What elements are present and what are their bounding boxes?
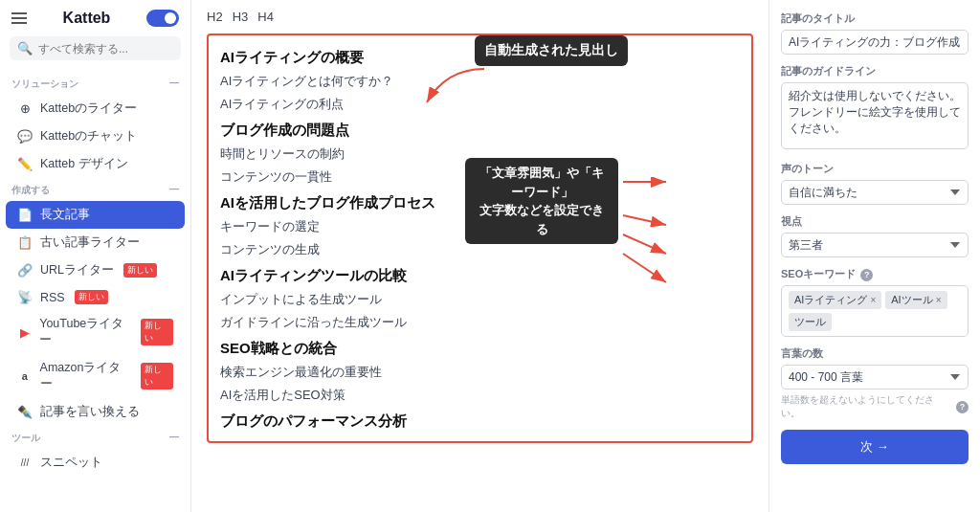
outline-item-h2-5: SEO戦略との統合 bbox=[220, 334, 740, 361]
url-badge: 新しい bbox=[123, 263, 157, 278]
search-input[interactable] bbox=[38, 42, 173, 56]
solutions-section: ソリューション — bbox=[0, 72, 190, 95]
outline-item-h3-5: キーワードの選定 bbox=[220, 215, 740, 238]
amazon-badge: 新しい bbox=[141, 363, 173, 390]
article-title-label: 記事のタイトル bbox=[781, 11, 969, 26]
sidebar-item-katteb-chat[interactable]: 💬 Kattebのチャット bbox=[6, 122, 185, 150]
sidebar-item-katteb-design[interactable]: ✏️ Katteb デザイン bbox=[6, 150, 185, 178]
outline-item-h2-3: AIを活用したブログ作成プロセス bbox=[220, 189, 740, 215]
outline-box: AIライティングの概要 AIライティングとは何ですか？ AIライティングの利点 … bbox=[207, 33, 753, 443]
voice-tone-select[interactable]: 自信に満ちたフレンドリープロフェッショナルカジュアル bbox=[781, 180, 969, 205]
sidebar-item-youtube-writer[interactable]: ▶ YouTubeライター 新しい bbox=[6, 310, 185, 354]
rss-badge: 新しい bbox=[75, 290, 108, 304]
sidebar-item-rss[interactable]: 📡 RSS 新しい bbox=[6, 284, 185, 310]
app-logo: Katteb bbox=[63, 10, 111, 27]
outline-item-h2-1: AIライティングの概要 bbox=[220, 43, 740, 70]
sidebar-header: Katteb bbox=[0, 10, 190, 36]
outline-item-h2-2: ブログ作成の問題点 bbox=[220, 116, 740, 143]
tools-section: ツール — bbox=[0, 426, 190, 449]
outline-item-h3-2: AIライティングの利点 bbox=[220, 93, 740, 116]
tab-h4[interactable]: H4 bbox=[257, 10, 274, 24]
search-icon: 🔍 bbox=[17, 41, 33, 56]
amazon-icon: a bbox=[17, 370, 33, 382]
old-writer-icon: 📋 bbox=[17, 235, 33, 250]
next-button[interactable]: 次 → bbox=[781, 430, 969, 464]
voice-tone-label: 声のトーン bbox=[781, 162, 969, 176]
outline-item-h2-4: AIライティングツールの比較 bbox=[220, 261, 740, 288]
keyword-tag-2: AIツール × bbox=[885, 291, 947, 309]
center-panel: H2 H3 H4 AIライティングの概要 AIライティングとは何ですか？ AIラ… bbox=[191, 0, 769, 512]
hamburger-icon[interactable] bbox=[11, 12, 27, 24]
word-count-select[interactable]: 400 - 700 言葉700 - 1000 言葉1000 - 1500 言葉 bbox=[781, 365, 969, 390]
url-icon: 🔗 bbox=[17, 263, 33, 278]
sidebar-item-snippet[interactable]: /// スニペット bbox=[6, 449, 185, 477]
sidebar-item-old-writer[interactable]: 📋 古い記事ライター bbox=[6, 229, 185, 256]
word-count-help-icon[interactable]: ? bbox=[956, 401, 969, 413]
sidebar-item-amazon-writer[interactable]: a Amazonライター 新しい bbox=[6, 354, 185, 398]
outline-item-h3-7: インプットによる生成ツール bbox=[220, 288, 740, 311]
app-name: Katteb bbox=[63, 10, 111, 27]
rss-icon: 📡 bbox=[17, 290, 33, 304]
perspective-select[interactable]: 第三者第一者第二者 bbox=[781, 233, 969, 257]
right-panel: 記事のタイトル 記事のガイドライン 紹介文は使用しないでください。フレンドリーに… bbox=[769, 0, 980, 512]
two-panel: H2 H3 H4 AIライティングの概要 AIライティングとは何ですか？ AIラ… bbox=[191, 0, 980, 512]
outline-item-h3-8: ガイドラインに沿った生成ツール bbox=[220, 311, 740, 334]
outline-item-h3-1: AIライティングとは何ですか？ bbox=[220, 70, 740, 93]
search-box[interactable]: 🔍 bbox=[10, 36, 181, 60]
heading-tabs: H2 H3 H4 bbox=[207, 10, 753, 24]
sidebar-item-katteb-writer[interactable]: ⊕ Kattebのライター bbox=[6, 95, 185, 122]
tab-h2[interactable]: H2 bbox=[207, 10, 223, 24]
article-title-input[interactable] bbox=[781, 30, 969, 55]
youtube-icon: ▶ bbox=[17, 325, 32, 340]
word-count-label: 言葉の数 bbox=[781, 346, 969, 361]
long-article-icon: 📄 bbox=[17, 208, 33, 222]
tab-h3[interactable]: H3 bbox=[233, 10, 249, 24]
seo-help-icon[interactable]: ? bbox=[860, 269, 873, 281]
chat-icon: 💬 bbox=[17, 129, 33, 144]
rewrite-icon: ✒️ bbox=[17, 405, 33, 419]
sidebar-item-rewrite[interactable]: ✒️ 記事を言い換える bbox=[6, 398, 185, 426]
sidebar-item-long-article[interactable]: 📄 長文記事 bbox=[6, 201, 185, 229]
article-guideline-textarea[interactable]: 紹介文は使用しないでください。フレンドリーに絵文字を使用してください。 bbox=[781, 82, 969, 149]
writer-icon: ⊕ bbox=[17, 101, 33, 116]
outline-item-h3-4: コンテンツの一貫性 bbox=[220, 166, 740, 189]
article-guideline-label: 記事のガイドライン bbox=[781, 64, 969, 78]
outline-item-h2-6: ブログのパフォーマンス分析 bbox=[220, 407, 740, 434]
seo-keywords-container[interactable]: AIライティング × AIツール × ツール bbox=[781, 285, 969, 337]
outline-item-h3-9: 検索エンジン最適化の重要性 bbox=[220, 361, 740, 384]
perspective-label: 視点 bbox=[781, 214, 969, 229]
toggle-switch[interactable] bbox=[146, 10, 179, 27]
youtube-badge: 新しい bbox=[141, 319, 173, 345]
word-count-note: 単語数を超えないようにしてください。 ? bbox=[781, 393, 969, 420]
keyword-tag-1: AIライティング × bbox=[789, 291, 881, 309]
sidebar-item-url-writer[interactable]: 🔗 URLライター 新しい bbox=[6, 256, 185, 284]
remove-keyword-1[interactable]: × bbox=[870, 295, 876, 305]
sidebar: Katteb 🔍 ソリューション — ⊕ Kattebのライター 💬 Katte… bbox=[0, 0, 191, 512]
outline-item-h3-6: コンテンツの生成 bbox=[220, 238, 740, 261]
remove-keyword-2[interactable]: × bbox=[936, 295, 942, 305]
seo-keyword-label: SEOキーワード ? bbox=[781, 267, 969, 281]
outline-item-h3-3: 時間とリソースの制約 bbox=[220, 143, 740, 166]
snippet-icon: /// bbox=[17, 457, 33, 468]
outline-item-h3-10: AIを活用したSEO対策 bbox=[220, 384, 740, 407]
design-icon: ✏️ bbox=[17, 157, 33, 171]
create-section: 作成する — bbox=[0, 178, 190, 201]
keyword-tag-3: ツール bbox=[789, 313, 832, 331]
